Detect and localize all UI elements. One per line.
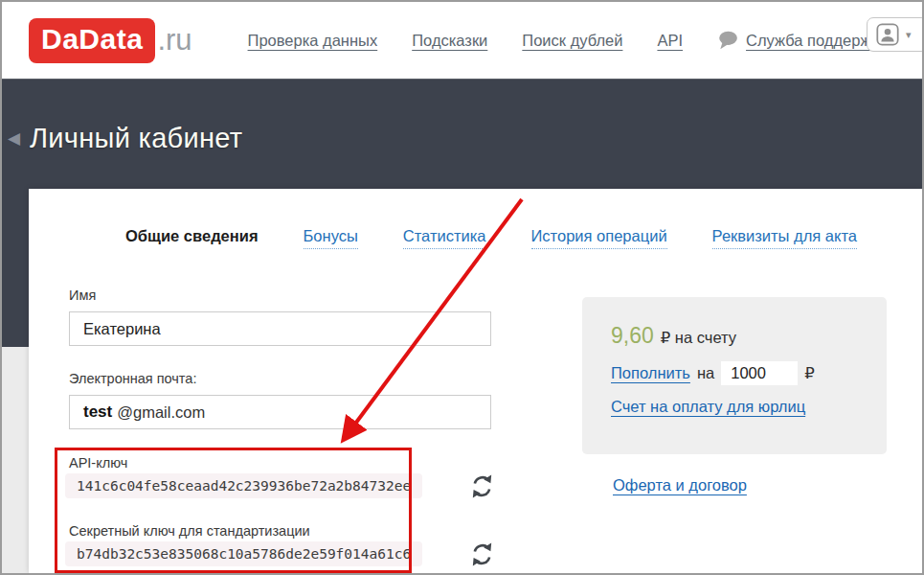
secret-key-refresh-button[interactable] [469, 540, 496, 567]
name-label: Имя [69, 288, 96, 303]
support-link[interactable]: Служба поддержки [717, 30, 887, 51]
name-input[interactable] [69, 311, 491, 346]
nav-link-duplicate-search[interactable]: Поиск дублей [522, 32, 622, 50]
logo-tld: .ru [157, 23, 192, 58]
api-key-refresh-button[interactable] [469, 472, 496, 499]
balance-suffix: ₽ на счету [661, 329, 736, 347]
logo-brand: DaData [29, 18, 155, 63]
tab-act-details[interactable]: Реквизиты для акта [712, 227, 857, 249]
balance-row: 9,60 ₽ на счету [611, 323, 858, 349]
email-input[interactable]: test @gmail.com [69, 395, 491, 429]
tab-general-info[interactable]: Общие сведения [125, 227, 259, 249]
refresh-icon [469, 541, 496, 567]
secret-key-value[interactable]: b74db32c53e835068c10a5786de2e59f014a61c6 [65, 541, 422, 566]
invoice-link[interactable]: Счет на оплату для юрлиц [611, 398, 858, 416]
account-tabs: Общие сведения Бонусы Статистика История… [125, 227, 857, 249]
nav-links: Проверка данных Подсказки Поиск дублей A… [248, 30, 887, 51]
secret-key-label: Секретный ключ для стандартизации [69, 523, 310, 539]
nav-link-suggestions[interactable]: Подсказки [412, 32, 487, 50]
speech-bubble-icon [717, 30, 738, 51]
page-title: Личный кабинет [30, 123, 242, 154]
api-key-label: API-ключ [69, 455, 127, 471]
email-user-part: test [83, 402, 112, 422]
dadata-logo[interactable]: DaData .ru [29, 18, 192, 63]
topup-link[interactable]: Пополнить [611, 364, 690, 382]
billing-panel: 9,60 ₽ на счету Пополнить на ₽ Счет на о… [582, 297, 887, 454]
account-menu-button[interactable]: ▾ [867, 17, 924, 52]
nav-link-api[interactable]: API [657, 32, 683, 50]
email-domain-part: @gmail.com [117, 403, 205, 422]
user-icon [876, 23, 899, 46]
tab-operation-history[interactable]: История операций [531, 227, 667, 249]
top-navigation: DaData .ru Проверка данных Подсказки Пои… [2, 2, 922, 79]
balance-amount: 9,60 [611, 323, 654, 349]
chevron-left-icon[interactable]: ◀ [8, 128, 20, 149]
api-key-value[interactable]: 141c6c04fe58ceaad42c239936be72a2b84732ee [65, 473, 422, 498]
refresh-icon [469, 473, 496, 499]
topup-amount-input[interactable] [721, 361, 798, 385]
support-label: Служба поддержки [746, 32, 887, 50]
topup-row: Пополнить на ₽ [611, 361, 858, 385]
page-frame: DaData .ru Проверка данных Подсказки Пои… [0, 0, 924, 575]
nav-link-data-check[interactable]: Проверка данных [248, 32, 378, 50]
topup-preposition: на [697, 364, 714, 382]
account-card: Общие сведения Бонусы Статистика История… [29, 189, 922, 573]
currency-symbol: ₽ [804, 364, 815, 382]
tab-bonuses[interactable]: Бонусы [304, 227, 358, 249]
chevron-down-icon: ▾ [906, 29, 912, 41]
email-label: Электронная почта: [69, 371, 196, 386]
tab-statistics[interactable]: Статистика [403, 227, 486, 249]
offer-contract-link[interactable]: Оферта и договор [613, 476, 747, 494]
